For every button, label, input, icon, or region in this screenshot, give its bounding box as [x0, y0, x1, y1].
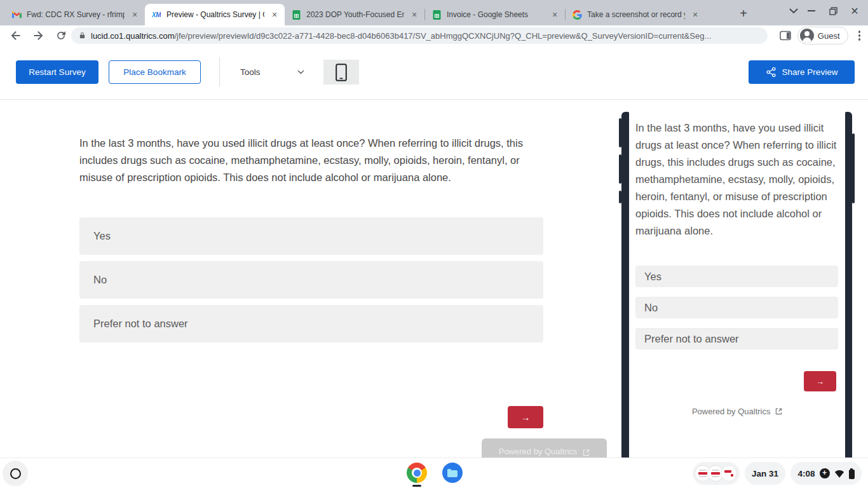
mobile-powered-by-qualtrics-link[interactable]: Powered by Qualtrics — [629, 407, 845, 416]
share-preview-button[interactable]: Share Preview — [749, 60, 855, 84]
survey-preview-content: In the last 3 months, have you used illi… — [0, 100, 868, 458]
tools-dropdown[interactable]: Tools — [240, 60, 304, 84]
toolbar-divider — [219, 57, 220, 86]
tab-title: Preview - Qualtrics Survey | Qu — [166, 10, 264, 19]
mobile-answer-option-yes[interactable]: Yes — [635, 266, 838, 287]
url-domain: lucid.co1.qualtrics.com — [91, 31, 175, 41]
battery-icon — [849, 470, 855, 479]
notification-icon — [721, 465, 737, 482]
notification-cluster[interactable] — [693, 462, 740, 485]
place-bookmark-button[interactable]: Place Bookmark — [109, 60, 201, 84]
answer-option-prefer-not[interactable]: Prefer not to answer — [79, 305, 543, 342]
date-display[interactable]: Jan 31 — [745, 462, 785, 485]
tab-close-icon[interactable]: ✕ — [550, 10, 560, 20]
forward-icon[interactable] — [28, 27, 48, 44]
tab-title: Take a screenshot or record yo — [587, 10, 685, 19]
mobile-next-button[interactable]: → — [804, 371, 836, 391]
tab-sheets-dop[interactable]: 2023 DOP Youth-Focused Env ✕ — [285, 4, 424, 25]
url-bar[interactable]: lucid.co1.qualtrics.com/jfe/preview/prev… — [71, 27, 768, 44]
sheets-icon — [291, 10, 301, 20]
restore-window-icon[interactable] — [822, 0, 844, 22]
launcher-button[interactable] — [3, 461, 28, 486]
notification-counter-icon: + — [820, 468, 830, 478]
gmail-icon — [11, 10, 22, 20]
mobile-question-text: In the last 3 months, have you used illi… — [635, 119, 840, 240]
phone-volume-button — [619, 154, 621, 184]
guest-profile-button[interactable]: Guest — [797, 27, 848, 44]
external-link-icon — [775, 408, 782, 415]
phone-bezel-left — [621, 112, 629, 458]
phone-volume-button — [619, 118, 621, 147]
close-window-icon[interactable]: ✕ — [844, 0, 865, 22]
url-path: /jfe/preview/previewId/d9c3c022-a771-442… — [175, 31, 712, 41]
share-label: Share Preview — [782, 67, 838, 77]
share-icon — [766, 67, 776, 78]
mobile-answer-option-prefer-not[interactable]: Prefer not to answer — [635, 328, 838, 349]
chrome-app-icon[interactable] — [407, 463, 427, 483]
tab-close-icon[interactable]: ✕ — [409, 10, 419, 20]
minimize-icon[interactable] — [801, 0, 822, 22]
chromeos-shelf: Jan 31 4:08 + — [0, 458, 868, 488]
active-app-indicator — [412, 485, 421, 487]
tab-google-search[interactable]: Take a screenshot or record yo ✕ — [566, 4, 705, 25]
phone-side-button — [619, 191, 621, 203]
tab-qualtrics-preview[interactable]: XM Preview - Qualtrics Survey | Qu ✕ — [145, 4, 285, 25]
mobile-answer-option-no[interactable]: No — [635, 297, 838, 318]
tab-strip: Fwd: CDC RX Survey - rfrimpon ✕ XM Previ… — [0, 0, 868, 25]
sheets-icon — [431, 10, 442, 20]
tab-close-icon[interactable]: ✕ — [269, 10, 280, 20]
side-panel-icon[interactable] — [780, 30, 791, 41]
tab-sheets-invoice[interactable]: Invoice - Google Sheets ✕ — [425, 4, 565, 25]
launcher-icon — [10, 468, 21, 479]
restart-survey-button[interactable]: Restart Survey — [16, 60, 98, 84]
chromeos-screen: Fwd: CDC RX Survey - rfrimpon ✕ XM Previ… — [0, 0, 868, 488]
wifi-icon — [834, 470, 844, 478]
google-icon — [572, 10, 582, 20]
avatar — [800, 29, 814, 43]
external-link-icon — [583, 449, 590, 456]
new-tab-button[interactable]: + — [735, 5, 752, 23]
tab-title: Fwd: CDC RX Survey - rfrimpon — [27, 10, 125, 19]
tab-title: 2023 DOP Youth-Focused Env — [306, 10, 404, 19]
powered-by-qualtrics-link[interactable]: Powered by Qualtrics — [482, 438, 607, 458]
phone-power-button — [852, 133, 855, 203]
back-icon[interactable] — [5, 27, 25, 44]
reload-icon[interactable] — [51, 27, 71, 44]
preview-toolbar: Restart Survey Place Bookmark Tools Shar… — [0, 46, 868, 100]
xm-icon: XM — [151, 10, 161, 20]
tab-close-icon[interactable]: ✕ — [130, 10, 140, 20]
tab-title: Invoice - Google Sheets — [447, 10, 545, 19]
browser-menu-icon[interactable] — [855, 30, 865, 41]
question-text: In the last 3 months, have you used illi… — [79, 135, 545, 186]
lock-icon[interactable] — [79, 31, 86, 40]
clock: 4:08 — [797, 469, 815, 478]
status-tray[interactable]: 4:08 + — [790, 462, 862, 485]
chevron-down-icon — [297, 70, 304, 74]
guest-label: Guest — [818, 31, 840, 41]
phone-bezel-right — [845, 112, 852, 458]
answer-option-yes[interactable]: Yes — [79, 217, 543, 255]
tab-close-icon[interactable]: ✕ — [690, 10, 700, 20]
tab-gmail[interactable]: Fwd: CDC RX Survey - rfrimpon ✕ — [5, 4, 145, 25]
tools-label: Tools — [240, 67, 261, 77]
next-button[interactable]: → — [508, 406, 543, 428]
files-app-icon[interactable] — [442, 463, 463, 483]
url-text: lucid.co1.qualtrics.com/jfe/preview/prev… — [91, 31, 711, 41]
browser-toolbar: lucid.co1.qualtrics.com/jfe/preview/prev… — [0, 25, 868, 46]
smartphone-icon — [336, 64, 347, 81]
answer-option-no[interactable]: No — [79, 261, 543, 299]
mobile-preview-toggle[interactable] — [323, 60, 359, 85]
